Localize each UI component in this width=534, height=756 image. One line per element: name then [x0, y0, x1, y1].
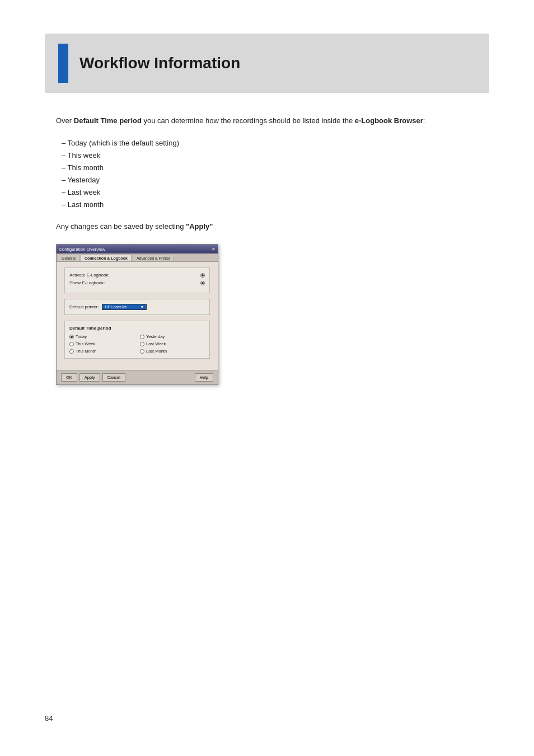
- apply-button[interactable]: Apply: [79, 373, 100, 382]
- radio-this-month-btn[interactable]: [69, 349, 74, 354]
- bold-elogbook-browser: e-Logbook Browser: [355, 116, 423, 125]
- page-number: 84: [45, 714, 53, 722]
- tab-advanced-printer[interactable]: Advanced & Printer: [133, 255, 174, 261]
- content-area: Over Default Time period you can determi…: [45, 115, 489, 385]
- ok-button[interactable]: OK: [61, 373, 77, 382]
- radio-this-week-btn[interactable]: [69, 342, 74, 346]
- radio-last-week-label: Last Week: [146, 341, 166, 346]
- show-logbook-label: Show E-Logbook:: [69, 280, 199, 285]
- dialog-body: Activate E-Logbook: Show E-Logbook: Defa…: [57, 262, 218, 370]
- radio-last-month-btn[interactable]: [140, 349, 144, 354]
- printer-dropdown-arrow: ▼: [140, 305, 144, 309]
- radio-yesterday-label: Yesterday: [146, 334, 165, 339]
- radio-this-month: This Month: [69, 349, 134, 354]
- radio-last-week: Last Week: [140, 341, 205, 346]
- dialog-title-text: Configuration Overview: [59, 247, 105, 252]
- apply-note: Any changes can be saved by selecting "A…: [56, 222, 478, 231]
- list-item: – Last week: [62, 186, 478, 199]
- list-item: – Yesterday: [62, 174, 478, 186]
- printer-label: Default printer:: [69, 304, 99, 309]
- radio-this-week: This Week: [69, 341, 134, 346]
- radio-this-week-label: This Week: [76, 341, 95, 346]
- printer-row: Default printer: HP LaserJet ▼: [69, 304, 205, 310]
- printer-dropdown[interactable]: HP LaserJet ▼: [102, 304, 147, 310]
- bold-default-time-period: Default Time period: [74, 116, 142, 125]
- apply-bold: "Apply": [186, 222, 213, 231]
- bullet-list: – Today (which is the default setting) –…: [56, 137, 478, 212]
- radio-grid: Today Yesterday This Week Last W: [69, 334, 205, 354]
- radio-today-btn[interactable]: [69, 335, 74, 339]
- radio-last-month: Last Month: [140, 349, 205, 354]
- dialog-footer: OK Apply Cancel Help: [57, 370, 218, 384]
- show-logbook-radio[interactable]: [200, 281, 205, 285]
- activate-logbook-row: Activate E-Logbook:: [69, 273, 205, 278]
- tab-connection-logbook[interactable]: Connection & Logbook: [81, 255, 132, 261]
- header-section: Workflow Information: [45, 34, 489, 93]
- time-period-section: Default Time period Today Yesterday: [64, 321, 210, 359]
- radio-last-week-btn[interactable]: [140, 342, 144, 346]
- tab-general[interactable]: General: [58, 255, 79, 261]
- list-item: – This month: [62, 162, 478, 174]
- page-title: Workflow Information: [79, 54, 240, 72]
- page-container: Workflow Information Over Default Time p…: [0, 0, 534, 756]
- list-item: – Today (which is the default setting): [62, 137, 478, 149]
- list-item: – Last month: [62, 199, 478, 211]
- show-logbook-row: Show E-Logbook:: [69, 280, 205, 285]
- list-item: – This week: [62, 149, 478, 162]
- dialog-tabs: General Connection & Logbook Advanced & …: [57, 253, 218, 262]
- radio-this-month-label: This Month: [76, 349, 96, 354]
- elogbook-section: Activate E-Logbook: Show E-Logbook:: [64, 267, 210, 293]
- help-button[interactable]: Help: [195, 373, 213, 382]
- radio-today-label: Today: [76, 334, 87, 339]
- time-period-title: Default Time period: [69, 326, 205, 331]
- apply-note-prefix: Any changes can be saved by selecting: [56, 222, 186, 231]
- radio-last-month-label: Last Month: [146, 349, 167, 354]
- activate-logbook-label: Activate E-Logbook:: [69, 273, 199, 278]
- dialog-screenshot: Configuration Overview ✕ General Connect…: [56, 244, 218, 385]
- blue-bar-accent: [58, 44, 68, 83]
- dialog-titlebar: Configuration Overview ✕: [57, 245, 218, 253]
- radio-yesterday-btn[interactable]: [140, 335, 144, 339]
- radio-today: Today: [69, 334, 134, 339]
- radio-yesterday: Yesterday: [140, 334, 205, 339]
- cancel-button[interactable]: Cancel: [102, 373, 125, 382]
- printer-section: Default printer: HP LaserJet ▼: [64, 299, 210, 315]
- description-paragraph: Over Default Time period you can determi…: [56, 115, 478, 127]
- dialog-close-button[interactable]: ✕: [212, 247, 216, 252]
- printer-value: HP LaserJet: [105, 305, 126, 309]
- activate-logbook-radio[interactable]: [200, 273, 205, 278]
